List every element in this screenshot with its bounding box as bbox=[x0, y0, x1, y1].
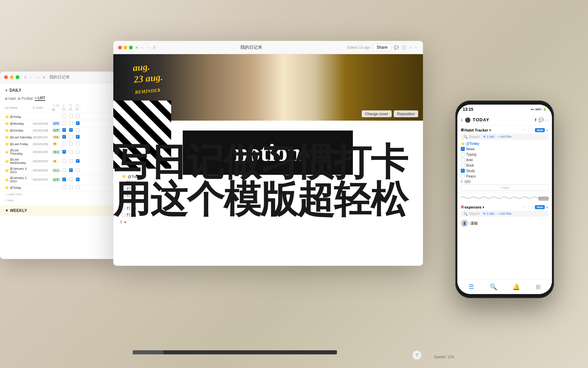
expenses-filter-chip[interactable]: ▼ 1 rule bbox=[481, 212, 496, 216]
forward-icon[interactable]: → bbox=[36, 75, 40, 80]
dropdown-icon[interactable]: ∨ bbox=[489, 128, 491, 132]
checkbox[interactable] bbox=[62, 159, 66, 163]
clock-icon[interactable]: 🕐 bbox=[402, 45, 406, 50]
checkbox[interactable] bbox=[69, 121, 73, 125]
more-icon[interactable]: ··· bbox=[523, 205, 525, 209]
table-row[interactable]: ⭐@Last Friday 2023/01/06 佛 bbox=[0, 141, 116, 148]
checkbox[interactable] bbox=[69, 185, 73, 189]
table-row[interactable]: ⭐@Today bbox=[0, 113, 116, 120]
more-icon[interactable]: ··· bbox=[545, 118, 549, 122]
menu-icon[interactable]: ≡ bbox=[24, 75, 27, 80]
table-row[interactable]: ⭐@Last Wednesday 2023/01/04 佛 bbox=[0, 157, 116, 166]
dot-green[interactable] bbox=[129, 46, 133, 49]
checkbox[interactable] bbox=[76, 150, 80, 154]
habit-anki[interactable]: Anki bbox=[461, 157, 549, 163]
checkbox[interactable] bbox=[69, 114, 73, 118]
nav-search-icon[interactable]: 🔍 bbox=[490, 283, 497, 291]
expenses-add-filter[interactable]: + Add filter bbox=[497, 212, 512, 215]
share-button[interactable]: Share bbox=[373, 44, 391, 51]
checklist-item-1[interactable]: 打卡1 bbox=[120, 179, 416, 186]
checkbox-checked[interactable] bbox=[62, 150, 66, 154]
dropdown-icon[interactable]: ∨ bbox=[482, 205, 485, 209]
checkbox[interactable] bbox=[62, 168, 66, 172]
change-cover-button[interactable]: Change cover bbox=[362, 110, 392, 117]
new-badge[interactable]: New bbox=[535, 128, 545, 132]
checkbox-checked[interactable] bbox=[69, 128, 73, 132]
table-row[interactable]: ⭐@Monday 2023/01/09 超赞 bbox=[0, 120, 116, 127]
reposition-button[interactable]: Reposition bbox=[394, 110, 418, 117]
checkbox-checked[interactable] bbox=[461, 169, 465, 173]
load-more[interactable]: ↓ Load more ... bbox=[0, 191, 116, 197]
checkbox-checked[interactable] bbox=[62, 128, 66, 132]
habit-peace[interactable]: Peace bbox=[461, 173, 549, 179]
back-icon[interactable]: ← bbox=[29, 75, 33, 80]
checkbox-checked[interactable] bbox=[76, 178, 80, 181]
comment-icon[interactable]: 💬 bbox=[539, 118, 544, 122]
add-filter[interactable]: + Add filter bbox=[497, 135, 512, 138]
checkbox-checked[interactable] bbox=[76, 135, 80, 139]
tab-habit[interactable]: ⊞ habit bbox=[5, 97, 16, 101]
checkbox[interactable] bbox=[76, 168, 80, 172]
checkbox[interactable] bbox=[461, 152, 465, 156]
dropdown-icon[interactable]: ∨ bbox=[546, 128, 549, 132]
add-new-habit[interactable]: + New bbox=[461, 185, 549, 191]
table-row[interactable]: ⭐@January 2, 2023 2023/01/02 超赞 bbox=[0, 175, 116, 184]
dots-icon[interactable]: ⋮⋮ bbox=[527, 128, 534, 132]
checkbox[interactable] bbox=[69, 142, 73, 145]
dot-yellow[interactable] bbox=[124, 46, 127, 49]
habit-study[interactable]: Study bbox=[461, 168, 549, 173]
checkbox-checked[interactable] bbox=[62, 178, 66, 181]
star-icon[interactable]: ☆ bbox=[409, 45, 412, 50]
checkbox-5[interactable] bbox=[121, 206, 125, 210]
tab-picwall[interactable]: ⊞ PicWall bbox=[18, 97, 33, 101]
checkbox-6[interactable] bbox=[121, 213, 125, 217]
table-row[interactable]: ⭐@Sunday 2023/01/08 超赞 bbox=[0, 127, 116, 134]
back-arrow[interactable]: ‹ bbox=[461, 116, 463, 123]
checkbox[interactable] bbox=[461, 163, 465, 167]
checkbox[interactable] bbox=[76, 142, 80, 145]
checkbox[interactable] bbox=[76, 114, 80, 118]
menu-icon[interactable]: ≡ bbox=[135, 45, 138, 50]
checkbox[interactable] bbox=[69, 159, 73, 163]
checkbox[interactable] bbox=[76, 185, 80, 189]
checkbox[interactable] bbox=[62, 142, 66, 145]
comment-icon[interactable]: 💬 bbox=[394, 45, 399, 50]
add-new-button[interactable]: + New bbox=[0, 197, 116, 203]
checkbox-checked[interactable] bbox=[76, 159, 80, 163]
checkbox-1[interactable] bbox=[121, 181, 125, 184]
more-icon[interactable]: ··· bbox=[415, 45, 418, 49]
nav-grid-icon[interactable]: ⊞ bbox=[536, 283, 541, 291]
checklist-item-4[interactable]: 打卡4 bbox=[120, 199, 416, 205]
expenses-search-bar[interactable]: 🔍 Search ▼ 1 rule + Add filter bbox=[461, 211, 549, 217]
upload-icon[interactable]: ⬆ bbox=[534, 118, 537, 122]
table-row[interactable]: ⭐@Last Thursday 2023/01/05 激动 bbox=[0, 148, 116, 157]
checklist-item-5[interactable]: 打卡5 bbox=[120, 205, 416, 212]
habit-typing[interactable]: Typing bbox=[461, 152, 549, 157]
checkbox-3[interactable] bbox=[121, 194, 125, 197]
checkbox-4[interactable] bbox=[121, 200, 125, 204]
checkbox[interactable] bbox=[69, 150, 73, 154]
checklist-item-3[interactable]: 打卡3 bbox=[120, 192, 416, 199]
checkbox[interactable] bbox=[461, 158, 465, 162]
checklist-item-6[interactable]: 打卡6 bbox=[120, 212, 416, 218]
checkbox[interactable] bbox=[76, 128, 80, 132]
table-row[interactable]: ⭐@Today bbox=[0, 184, 116, 191]
checkbox[interactable] bbox=[69, 178, 73, 181]
habit-search-bar[interactable]: 🔍 Search ▼ 1 rule + Add filter bbox=[461, 134, 549, 140]
expenses-new-badge[interactable]: New bbox=[535, 205, 545, 209]
nav-menu-icon[interactable]: ☰ bbox=[469, 283, 474, 291]
table-row[interactable]: ⭐@Last Saturday 2023/01/07 放纵 bbox=[0, 134, 116, 141]
dropdown-icon[interactable]: ∨ bbox=[546, 205, 549, 209]
forward-icon[interactable]: → bbox=[147, 45, 151, 50]
checkbox-checked[interactable] bbox=[461, 147, 465, 151]
help-button[interactable]: ? bbox=[412, 351, 421, 359]
dot-red[interactable] bbox=[118, 46, 122, 49]
dot-yellow[interactable] bbox=[10, 75, 14, 79]
more-icon[interactable]: ··· bbox=[523, 128, 525, 132]
checkbox-2[interactable] bbox=[121, 187, 125, 191]
dot-red[interactable] bbox=[4, 75, 8, 79]
tab-list[interactable]: ≡ LIST bbox=[35, 96, 45, 101]
checkbox[interactable] bbox=[62, 121, 66, 125]
checkbox-checked[interactable] bbox=[62, 135, 66, 139]
checkbox-checked[interactable] bbox=[76, 121, 80, 125]
